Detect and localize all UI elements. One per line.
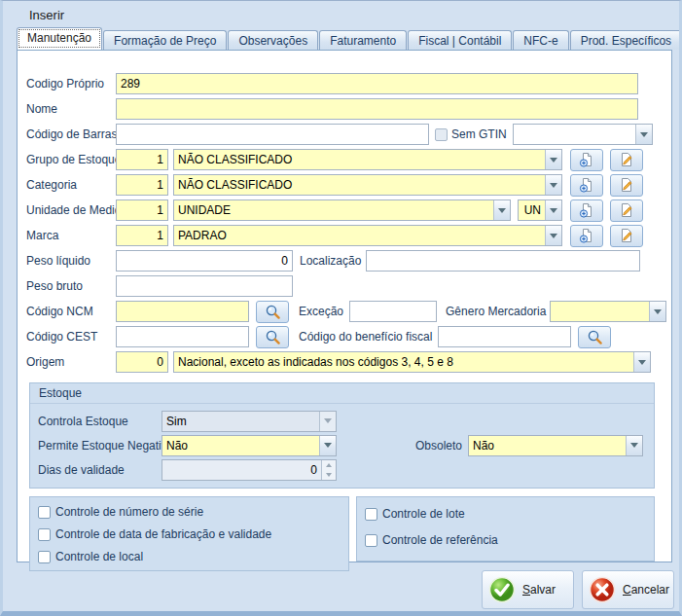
codigo-proprio-input[interactable] bbox=[116, 73, 638, 94]
categoria-select[interactable]: NÃO CLASSIFICADO bbox=[173, 174, 562, 196]
spinner-up-icon bbox=[322, 460, 336, 470]
row-origem: Origem Nacional, exceto as indicadas nos… bbox=[26, 349, 671, 375]
unidade-medida-code-input[interactable] bbox=[116, 199, 168, 221]
document-edit-icon bbox=[619, 228, 634, 243]
categoria-edit-button[interactable] bbox=[610, 174, 643, 197]
marca-value: PADRAO bbox=[174, 229, 545, 242]
chevron-down-icon[interactable] bbox=[545, 150, 561, 169]
document-edit-icon bbox=[619, 152, 634, 167]
codigo-barras-label: Código de Barras bbox=[26, 127, 116, 141]
checkbox-box[interactable] bbox=[365, 534, 377, 547]
control-checkbox-panels: Controle de número de série Controle de … bbox=[29, 496, 671, 571]
cancel-button-label: Cancelar bbox=[623, 583, 669, 597]
codigo-barras-input[interactable] bbox=[116, 124, 429, 145]
checkbox-controle-numero-serie[interactable]: Controle de número de série bbox=[38, 505, 348, 519]
marca-add-button[interactable] bbox=[570, 225, 603, 247]
checkbox-controle-lote[interactable]: Controle de lote bbox=[365, 507, 654, 521]
manutencao-tab-panel: Codigo Próprio Nome Código de Barras Sem… bbox=[17, 50, 672, 562]
chevron-down-icon[interactable] bbox=[626, 436, 642, 455]
cancel-button[interactable]: Cancelar bbox=[582, 570, 674, 609]
excecao-label: Exceção bbox=[299, 305, 343, 318]
peso-bruto-input[interactable] bbox=[116, 275, 293, 297]
controla-estoque-label: Controla Estoque bbox=[38, 415, 162, 428]
save-button-label: Salvar bbox=[522, 583, 556, 597]
unidade-medida-value: UNIDADE bbox=[174, 203, 493, 217]
checkbox-label: Controle de local bbox=[55, 550, 143, 563]
control-panel-left: Controle de número de série Controle de … bbox=[29, 496, 349, 571]
checkbox-box[interactable] bbox=[38, 506, 51, 519]
permite-estoque-negativo-select[interactable]: Não bbox=[162, 435, 337, 456]
excecao-input[interactable] bbox=[349, 301, 437, 322]
sem-gtin-checkbox[interactable] bbox=[435, 128, 448, 141]
gtin-select[interactable] bbox=[513, 124, 653, 145]
grupo-estoque-select[interactable]: NÃO CLASSIFICADO bbox=[173, 149, 562, 170]
window-title: Inserir bbox=[3, 1, 679, 27]
origem-select[interactable]: Nacional, exceto as indicadas nos código… bbox=[173, 351, 651, 373]
tab-strip: Manutenção Formação de Preço Observações… bbox=[17, 27, 679, 50]
spinner-buttons bbox=[321, 460, 336, 480]
checkbox-box[interactable] bbox=[38, 528, 51, 541]
document-edit-icon bbox=[619, 177, 634, 193]
codigo-ncm-input[interactable] bbox=[116, 301, 249, 322]
document-add-icon bbox=[579, 202, 594, 218]
marca-select[interactable]: PADRAO bbox=[173, 225, 562, 246]
chevron-down-icon[interactable] bbox=[545, 175, 561, 195]
categoria-add-button[interactable] bbox=[570, 174, 603, 197]
chevron-down-icon[interactable] bbox=[545, 200, 561, 220]
categoria-code-input[interactable] bbox=[116, 174, 168, 196]
unidade-sigla-select[interactable]: UN bbox=[518, 199, 562, 221]
grupo-estoque-add-button[interactable] bbox=[570, 149, 603, 171]
categoria-label: Categoria bbox=[26, 178, 116, 192]
grupo-estoque-edit-button[interactable] bbox=[610, 149, 643, 171]
origem-code-input[interactable] bbox=[116, 351, 168, 373]
estoque-group-title: Estoque bbox=[30, 383, 654, 404]
obsoleto-value: Não bbox=[469, 439, 626, 453]
spinner-down-icon bbox=[322, 470, 336, 480]
unidade-medida-edit-button[interactable] bbox=[610, 199, 643, 222]
beneficio-fiscal-input[interactable] bbox=[438, 326, 571, 347]
chevron-down-icon[interactable] bbox=[633, 352, 650, 372]
save-button[interactable]: Salvar bbox=[482, 570, 574, 609]
green-check-circle-icon bbox=[488, 576, 516, 603]
tab-observacoes[interactable]: Observações bbox=[228, 30, 318, 50]
beneficio-fiscal-search-button[interactable] bbox=[578, 326, 611, 348]
codigo-proprio-label: Codigo Próprio bbox=[26, 77, 116, 91]
unidade-medida-add-button[interactable] bbox=[570, 199, 603, 222]
chevron-down-icon[interactable] bbox=[319, 436, 336, 455]
tab-manutencao[interactable]: Manutenção bbox=[17, 27, 102, 50]
ncm-search-button[interactable] bbox=[256, 301, 289, 323]
checkbox-box[interactable] bbox=[38, 551, 51, 563]
codigo-cest-label: Código CEST bbox=[26, 330, 116, 344]
nome-input[interactable] bbox=[116, 98, 638, 120]
chevron-down-icon[interactable] bbox=[635, 125, 652, 144]
checkbox-label: Controle de data de fabricação e validad… bbox=[55, 527, 271, 541]
marca-edit-button[interactable] bbox=[610, 225, 643, 247]
cest-search-button[interactable] bbox=[256, 326, 289, 348]
tab-fiscal-contabil[interactable]: Fiscal | Contábil bbox=[408, 30, 512, 50]
unidade-medida-select[interactable]: UNIDADE bbox=[173, 199, 511, 221]
grupo-estoque-code-input[interactable] bbox=[116, 149, 168, 170]
row-codigo-cest: Código CEST Código do benefício fiscal bbox=[26, 324, 671, 349]
magnifier-icon bbox=[587, 329, 603, 345]
grupo-estoque-value: NÃO CLASSIFICADO bbox=[174, 153, 545, 166]
tab-faturamento[interactable]: Faturamento bbox=[319, 30, 407, 50]
genero-mercadoria-label: Gênero Mercadoria bbox=[446, 305, 546, 318]
checkbox-controle-referencia[interactable]: Controle de referência bbox=[365, 533, 654, 547]
dias-validade-value: 0 bbox=[162, 463, 321, 477]
checkbox-box[interactable] bbox=[365, 508, 377, 521]
checkbox-controle-local[interactable]: Controle de local bbox=[38, 550, 348, 563]
marca-code-input[interactable] bbox=[116, 225, 168, 246]
chevron-down-icon[interactable] bbox=[545, 226, 561, 245]
peso-liquido-input[interactable] bbox=[116, 250, 293, 272]
checkbox-controle-data-fabricacao[interactable]: Controle de data de fabricação e validad… bbox=[38, 527, 348, 541]
tab-prod-especificos[interactable]: Prod. Específicos bbox=[570, 30, 682, 50]
obsoleto-select[interactable]: Não bbox=[468, 435, 643, 456]
genero-mercadoria-select[interactable] bbox=[550, 301, 666, 322]
codigo-cest-input[interactable] bbox=[116, 326, 249, 347]
tab-formacao-de-preco[interactable]: Formação de Preço bbox=[103, 30, 227, 50]
chevron-down-icon[interactable] bbox=[493, 200, 510, 220]
tab-nfc-e[interactable]: NFC-e bbox=[513, 30, 568, 50]
localizacao-input[interactable] bbox=[366, 250, 640, 272]
categoria-value: NÃO CLASSIFICADO bbox=[174, 178, 545, 192]
chevron-down-icon[interactable] bbox=[649, 302, 665, 321]
